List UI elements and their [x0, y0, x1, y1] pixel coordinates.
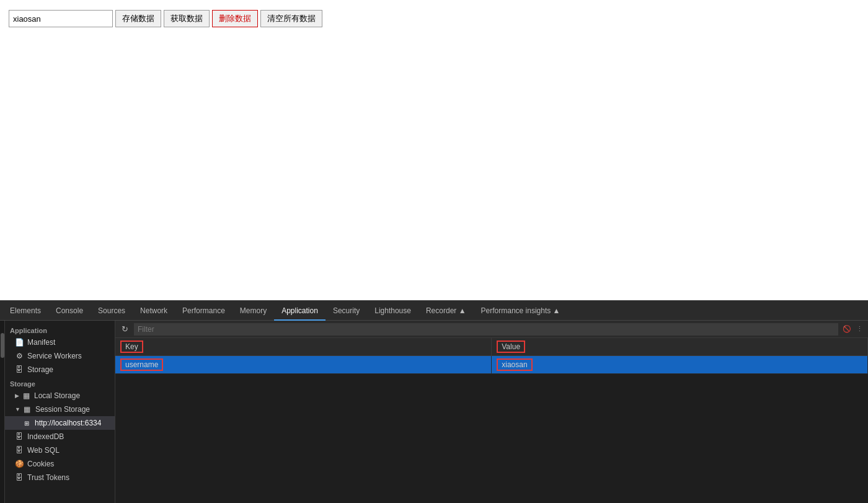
service-workers-icon: ⚙	[15, 352, 24, 360]
localhost-icon: ⊞	[22, 419, 31, 427]
cookies-icon: 🍪	[15, 460, 24, 468]
tab-recorder[interactable]: Recorder ▲	[418, 301, 474, 321]
perf-insights-tab-label: Performance insights ▲	[481, 306, 560, 315]
indexeddb-icon: 🗄	[15, 432, 24, 441]
sidebar-item-indexeddb[interactable]: 🗄 IndexedDB	[5, 430, 115, 443]
tab-console[interactable]: Console	[48, 301, 91, 321]
storage-table-container: Key Value username	[115, 338, 868, 503]
indexeddb-label: IndexedDB	[27, 432, 64, 441]
session-storage-icon: ▦	[23, 405, 32, 414]
localhost-label: http://localhost:6334	[35, 419, 101, 427]
delete-button[interactable]: 删除数据	[212, 10, 258, 27]
sources-tab-label: Sources	[98, 306, 125, 315]
tab-sources[interactable]: Sources	[91, 301, 133, 321]
store-button[interactable]: 存储数据	[115, 10, 161, 27]
page-area: 存储数据 获取数据 删除数据 清空所有数据	[0, 0, 868, 300]
sidebar-section-application: Application	[5, 323, 115, 336]
sidebar-item-websql[interactable]: 🗄 Web SQL	[5, 443, 115, 457]
devtools-sidebar: Application 📄 Manifest ⚙ Service Workers…	[5, 321, 115, 503]
more-options-icon[interactable]: ⋮	[853, 323, 866, 336]
devtools-panel: Elements Console Sources Network Perform…	[0, 300, 868, 503]
sidebar-item-manifest[interactable]: 📄 Manifest	[5, 336, 115, 349]
local-storage-icon: ▦	[22, 391, 30, 400]
filter-clear-icon[interactable]: 🚫	[841, 323, 853, 336]
manifest-label: Manifest	[27, 338, 55, 347]
local-storage-label: Local Storage	[34, 391, 80, 400]
devtools-tab-bar: Elements Console Sources Network Perform…	[0, 301, 868, 321]
local-storage-chevron: ▶	[15, 393, 19, 399]
key-cell: username	[115, 356, 492, 374]
tab-elements[interactable]: Elements	[2, 301, 48, 321]
storage-app-icon: 🗄	[15, 365, 24, 374]
security-tab-label: Security	[333, 306, 360, 315]
top-controls: 存储数据 获取数据 删除数据 清空所有数据	[6, 6, 862, 31]
sidebar-item-localhost[interactable]: ⊞ http://localhost:6334	[5, 416, 115, 430]
session-storage-chevron: ▼	[15, 406, 20, 412]
websql-icon: 🗄	[15, 446, 24, 455]
value-header-outlined: Value	[497, 341, 525, 353]
col-header-value: Value	[492, 338, 868, 356]
value-cell: xiaosan	[492, 356, 868, 374]
tab-security[interactable]: Security	[326, 301, 367, 321]
tab-application[interactable]: Application	[274, 301, 326, 321]
clear-button[interactable]: 清空所有数据	[260, 10, 322, 27]
sidebar-scroll-thumb	[1, 333, 4, 358]
tab-performance[interactable]: Performance	[175, 301, 232, 321]
get-button[interactable]: 获取数据	[164, 10, 210, 27]
manifest-icon: 📄	[15, 338, 24, 347]
storage-table: Key Value username	[115, 338, 868, 374]
cookies-label: Cookies	[27, 460, 54, 468]
trust-tokens-icon: 🗄	[15, 473, 24, 482]
data-input[interactable]	[9, 10, 113, 27]
storage-toolbar: ↻ 🚫 ⋮	[115, 321, 868, 338]
value-value-outlined: xiaosan	[497, 358, 532, 371]
key-value-outlined: username	[120, 358, 163, 371]
sidebar-scrollbar[interactable]	[0, 321, 5, 503]
memory-tab-label: Memory	[240, 306, 267, 315]
sidebar-item-service-workers[interactable]: ⚙ Service Workers	[5, 349, 115, 363]
trust-tokens-label: Trust Tokens	[27, 473, 69, 482]
session-storage-label: Session Storage	[35, 405, 90, 414]
application-tab-label: Application	[281, 306, 318, 315]
devtools-body: Application 📄 Manifest ⚙ Service Workers…	[0, 321, 868, 503]
storage-app-label: Storage	[27, 365, 53, 374]
service-workers-label: Service Workers	[27, 352, 82, 360]
lighthouse-tab-label: Lighthouse	[374, 306, 411, 315]
col-header-key: Key	[115, 338, 492, 356]
sidebar-section-storage: Storage	[5, 376, 115, 389]
key-header-outlined: Key	[120, 341, 143, 353]
recorder-tab-label: Recorder ▲	[426, 306, 466, 315]
sidebar-item-storage-app[interactable]: 🗄 Storage	[5, 363, 115, 376]
websql-label: Web SQL	[27, 446, 60, 455]
sidebar-item-trust-tokens[interactable]: 🗄 Trust Tokens	[5, 471, 115, 484]
performance-tab-label: Performance	[182, 306, 225, 315]
tab-lighthouse[interactable]: Lighthouse	[367, 301, 418, 321]
sidebar-item-session-storage[interactable]: ▼ ▦ Session Storage	[5, 403, 115, 416]
refresh-button[interactable]: ↻	[118, 323, 131, 336]
tab-network[interactable]: Network	[133, 301, 175, 321]
tab-memory[interactable]: Memory	[232, 301, 274, 321]
console-tab-label: Console	[56, 306, 83, 315]
elements-tab-label: Elements	[10, 306, 41, 315]
sidebar-item-cookies[interactable]: 🍪 Cookies	[5, 457, 115, 471]
tab-performance-insights[interactable]: Performance insights ▲	[474, 301, 568, 321]
network-tab-label: Network	[140, 306, 167, 315]
devtools-main: ↻ 🚫 ⋮ Key Value	[115, 321, 868, 503]
filter-input[interactable]	[134, 323, 838, 336]
table-row[interactable]: username xiaosan	[115, 356, 868, 374]
sidebar-item-local-storage[interactable]: ▶ ▦ Local Storage	[5, 389, 115, 403]
